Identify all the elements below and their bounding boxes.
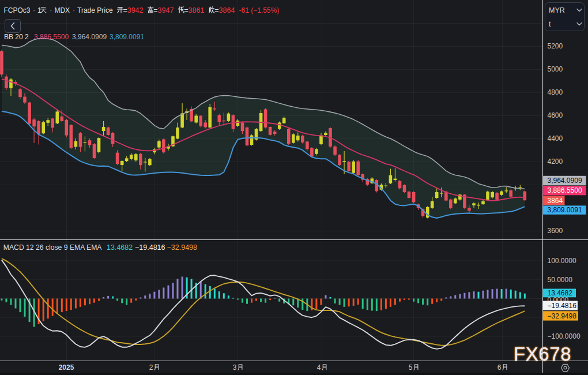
svg-text:Trade Price: Trade Price [77, 6, 113, 14]
svg-text:MACD 12 26 close 9 EMA EMA: MACD 12 26 close 9 EMA EMA [3, 243, 103, 252]
svg-text:4: 4 [317, 363, 321, 372]
svg-text:3864: 3864 [548, 197, 563, 205]
svg-text:3,964.0909: 3,964.0909 [548, 177, 582, 185]
svg-text:3947: 3947 [158, 6, 174, 14]
svg-text:3861: 3861 [189, 6, 205, 14]
svg-text:t: t [549, 20, 551, 28]
svg-text:·: · [33, 6, 35, 14]
svg-text:MDX: MDX [54, 6, 70, 14]
svg-text:3600: 3600 [548, 227, 563, 235]
svg-text:·: · [73, 6, 75, 14]
svg-text:3,886.5500: 3,886.5500 [548, 186, 582, 194]
svg-text:3,964.0909: 3,964.0909 [72, 33, 107, 41]
svg-text:=: = [153, 6, 157, 14]
svg-text:13.4682: 13.4682 [107, 243, 133, 252]
svg-text:3: 3 [233, 363, 237, 372]
svg-text:2: 2 [149, 363, 153, 372]
svg-text:5: 5 [409, 363, 413, 372]
svg-text:BB 20 2: BB 20 2 [4, 33, 29, 41]
svg-text:5200: 5200 [548, 42, 563, 50]
svg-text:−100.0000: −100.0000 [548, 332, 581, 340]
svg-text:1: 1 [37, 6, 42, 14]
svg-text:−32.9498: −32.9498 [548, 312, 577, 320]
svg-text:3,809.0091: 3,809.0091 [110, 33, 144, 41]
svg-text:3864: 3864 [219, 6, 235, 14]
svg-text:4800: 4800 [548, 88, 563, 96]
svg-text:100.0000: 100.0000 [548, 257, 576, 265]
svg-text:6: 6 [497, 363, 502, 372]
svg-text:50.0000: 50.0000 [548, 276, 573, 284]
svg-text:3942: 3942 [127, 6, 144, 14]
svg-text:=: = [184, 6, 188, 14]
svg-text:3,886.5500: 3,886.5500 [34, 33, 69, 41]
svg-text:4200: 4200 [548, 158, 563, 166]
svg-text:2025: 2025 [59, 363, 74, 372]
svg-text:−32.9498: −32.9498 [167, 243, 198, 252]
svg-text:=: = [214, 6, 218, 14]
svg-text:MYR: MYR [549, 6, 565, 14]
svg-text:3,809.0091: 3,809.0091 [548, 206, 582, 214]
svg-text:4600: 4600 [548, 111, 563, 119]
svg-text:5000: 5000 [548, 65, 563, 73]
svg-text:−19.4816: −19.4816 [548, 302, 577, 310]
svg-text:FCPOc3: FCPOc3 [4, 6, 31, 14]
svg-text:−19.4816: −19.4816 [135, 243, 165, 252]
svg-text:·: · [50, 6, 52, 14]
svg-text:4400: 4400 [548, 134, 563, 142]
svg-text:13.4682: 13.4682 [548, 289, 573, 297]
svg-text:-61 (−1.55%): -61 (−1.55%) [239, 6, 280, 14]
